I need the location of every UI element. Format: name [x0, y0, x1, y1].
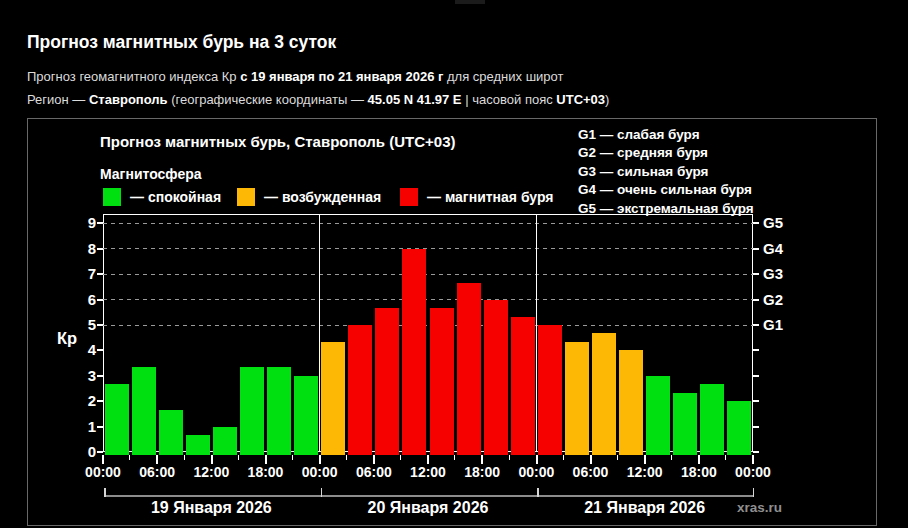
x-tick-label-8: 00:00 — [509, 464, 563, 480]
right-axis-label-G4: G4 — [763, 240, 783, 257]
y-tick-right-0 — [753, 451, 759, 453]
legend-item-excited: — возбужденная — [237, 188, 381, 206]
x-tick-48h — [536, 455, 538, 464]
y-tick-left-0 — [97, 451, 103, 453]
gridline-kp8 — [103, 248, 753, 249]
right-axis-label-G1: G1 — [763, 316, 783, 333]
y-tick-right-3 — [753, 375, 759, 377]
x-tick-0h — [102, 455, 104, 464]
legend-item-quiet: — спокойная — [103, 188, 221, 206]
gridline-kp6 — [103, 299, 753, 300]
kp-bar-day2-3 — [375, 308, 399, 455]
timezone: UTC+03 — [556, 92, 605, 107]
x-tick-label-9: 06:00 — [564, 464, 618, 480]
kp-bar-day3-6 — [673, 393, 697, 455]
day-bracket-tick-1 — [321, 488, 323, 497]
subtitle-forecast-range: Прогноз геомагнитного индекса Кр с 19 ян… — [27, 69, 563, 84]
y-tick-label-4: 4 — [66, 341, 96, 358]
y-tick-label-8: 8 — [66, 240, 96, 257]
y-tick-left-2 — [97, 400, 103, 402]
kp-bar-day1-2 — [132, 367, 156, 455]
g-legend-line-1: G1 — слабая буря — [578, 126, 754, 144]
y-tick-right-5 — [753, 324, 759, 326]
page: Прогноз магнитных бурь на 3 суток Прогно… — [0, 0, 908, 528]
legend-swatch-excited-icon — [237, 188, 255, 206]
g-legend-line-3: G3 — сильная буря — [578, 163, 754, 181]
subtitle-post: для средних широт — [443, 69, 563, 84]
x-tick-27h — [346, 455, 347, 460]
x-tick-label-2: 12:00 — [184, 464, 238, 480]
kp-bar-day1-6 — [240, 367, 264, 455]
x-tick-39h — [454, 455, 455, 460]
x-tick-label-4: 00:00 — [293, 464, 347, 480]
legend-label-excited: — возбужденная — [264, 189, 381, 205]
y-tick-label-1: 1 — [66, 418, 96, 435]
x-tick-63h — [671, 455, 672, 460]
subtitle-date-range: с 19 января по 21 января 2026 г — [240, 69, 443, 84]
day-bracket-tick-3 — [753, 488, 755, 497]
x-tick-57h — [617, 455, 618, 460]
kp-bar-day3-3 — [592, 333, 616, 455]
kp-bar-day3-8 — [727, 401, 751, 455]
y-tick-right-8 — [753, 248, 759, 250]
day-separator-1 — [319, 214, 321, 452]
kp-bar-day1-3 — [159, 410, 183, 455]
right-axis-label-G2: G2 — [763, 291, 783, 308]
kp-bar-day2-8 — [511, 317, 535, 455]
y-tick-label-7: 7 — [66, 265, 96, 282]
kp-bar-day3-7 — [700, 384, 724, 455]
y-tick-label-0: 0 — [66, 443, 96, 460]
gridline-kp5 — [103, 325, 753, 326]
y-tick-right-1 — [753, 426, 759, 428]
x-tick-label-12: 00:00 — [726, 464, 780, 480]
kp-bar-day3-5 — [646, 376, 670, 455]
kp-bar-day1-1 — [105, 384, 129, 455]
kp-bar-day2-1 — [321, 342, 345, 455]
x-tick-label-6: 12:00 — [401, 464, 455, 480]
y-tick-right-9 — [753, 222, 759, 224]
x-tick-60h — [644, 455, 646, 464]
x-tick-66h — [698, 455, 700, 464]
legend-swatch-storm-icon — [400, 188, 418, 206]
x-tick-label-11: 18:00 — [672, 464, 726, 480]
top-edge-artifact — [455, 0, 485, 4]
y-tick-label-6: 6 — [66, 291, 96, 308]
kp-bar-day1-5 — [213, 427, 237, 455]
y-tick-right-2 — [753, 400, 759, 402]
day-label-3: 21 Января 2026 — [535, 499, 755, 517]
x-tick-21h — [292, 455, 293, 460]
x-tick-label-5: 06:00 — [347, 464, 401, 480]
legend-label-quiet: — спокойная — [130, 189, 221, 205]
x-tick-15h — [238, 455, 239, 460]
g-legend-line-2: G2 — средняя буря — [578, 144, 754, 162]
y-tick-left-5 — [97, 324, 103, 326]
page-title: Прогноз магнитных бурь на 3 суток — [27, 32, 336, 53]
legend-item-storm: — магнитная буря — [400, 188, 554, 206]
y-tick-right-4 — [753, 349, 759, 351]
day-label-2: 20 Января 2026 — [318, 499, 538, 517]
x-tick-label-7: 18:00 — [455, 464, 509, 480]
x-tick-51h — [563, 455, 564, 460]
x-tick-24h — [319, 455, 321, 464]
legend-label-storm: — магнитная буря — [427, 189, 554, 205]
subtitle-pre: Прогноз геомагнитного индекса Кр — [27, 69, 240, 84]
kp-bar-day2-5 — [430, 308, 454, 455]
y-tick-left-4 — [97, 349, 103, 351]
day-separator-2 — [536, 214, 538, 452]
x-tick-45h — [509, 455, 510, 460]
x-tick-label-3: 18:00 — [239, 464, 293, 480]
subtitle-region: Регион — Ставрополь (географические коор… — [27, 92, 609, 107]
x-tick-30h — [373, 455, 375, 464]
legend-swatch-quiet-icon — [103, 188, 121, 206]
region-name: Ставрополь — [89, 92, 168, 107]
legend-title: Магнитосфера — [100, 166, 202, 182]
day-label-1: 19 Января 2026 — [101, 499, 321, 517]
right-axis-label-G3: G3 — [763, 265, 783, 282]
y-tick-right-6 — [753, 299, 759, 301]
g-scale-legend: G1 — слабая буря G2 — средняя буря G3 — … — [578, 126, 754, 218]
y-tick-left-8 — [97, 248, 103, 250]
x-tick-72h — [752, 455, 754, 464]
kp-bar-day2-2 — [348, 325, 372, 455]
x-tick-42h — [481, 455, 483, 464]
y-tick-right-7 — [753, 273, 759, 275]
